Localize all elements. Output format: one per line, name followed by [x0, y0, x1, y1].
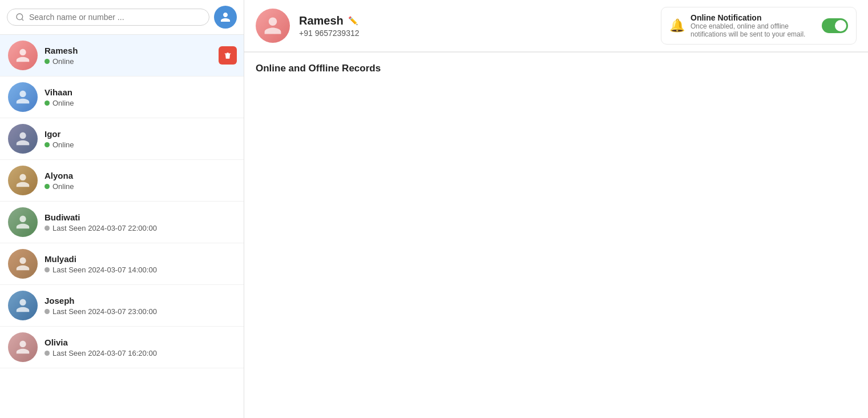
main-contact-name-text: Ramesh [299, 14, 344, 27]
contact-status-olivia: Last Seen 2024-03-07 16:20:00 [45, 349, 236, 357]
contact-info-olivia: Olivia Last Seen 2024-03-07 16:20:00 [45, 337, 236, 357]
contact-item-igor[interactable]: Igor Online [0, 118, 244, 160]
contact-info-mulyadi: Mulyadi Last Seen 2024-03-07 14:00:00 [45, 254, 236, 274]
main-contact-info: Ramesh ✏️ +91 9657239312 [299, 14, 652, 38]
contact-status-text-mulyadi: Last Seen 2024-03-07 14:00:00 [53, 266, 157, 274]
search-input[interactable] [29, 13, 201, 22]
contact-status-alyona: Online [45, 182, 236, 191]
records-title: Online and Offline Records [256, 63, 857, 74]
contact-avatar-joseph [8, 291, 38, 320]
contact-info-igor: Igor Online [45, 129, 236, 149]
contact-info-joseph: Joseph Last Seen 2024-03-07 23:00:00 [45, 296, 236, 316]
search-bar [0, 0, 244, 35]
contact-name-olivia: Olivia [45, 337, 236, 347]
status-dot-alyona [45, 184, 50, 189]
contact-name-budiwati: Budiwati [45, 212, 236, 222]
bell-icon: 🔔 [669, 18, 685, 33]
contact-avatar-olivia [8, 332, 38, 362]
sidebar: Ramesh Online Vihaan Online [0, 0, 244, 418]
notification-toggle[interactable] [822, 18, 848, 33]
main-contact-phone: +91 9657239312 [299, 29, 652, 38]
main-contact-name-row: Ramesh ✏️ [299, 14, 652, 27]
svg-point-0 [17, 14, 23, 20]
contact-status-mulyadi: Last Seen 2024-03-07 14:00:00 [45, 266, 236, 274]
main-contact-avatar [256, 9, 290, 43]
contact-name-alyona: Alyona [45, 171, 236, 180]
main-header: Ramesh ✏️ +91 9657239312 🔔 Online Notifi… [244, 0, 868, 52]
svg-line-1 [22, 19, 23, 21]
contact-status-text-budiwati: Last Seen 2024-03-07 22:00:00 [53, 224, 157, 232]
contact-status-text-vihaan: Online [53, 99, 74, 107]
delete-contact-button[interactable] [219, 46, 237, 65]
contact-info-alyona: Alyona Online [45, 171, 236, 191]
contact-avatar-ramesh [8, 41, 38, 70]
contact-item-vihaan[interactable]: Vihaan Online [0, 77, 244, 118]
contact-avatar-vihaan [8, 82, 38, 112]
contact-avatar-budiwati [8, 207, 38, 237]
status-dot-olivia [45, 351, 50, 356]
notification-box: 🔔 Online Notification Once enabled, onli… [661, 7, 857, 45]
status-dot-igor [45, 142, 50, 147]
notification-description: Once enabled, online and offline notific… [691, 22, 816, 38]
contact-item-mulyadi[interactable]: Mulyadi Last Seen 2024-03-07 14:00:00 [0, 243, 244, 285]
contact-status-joseph: Last Seen 2024-03-07 23:00:00 [45, 307, 236, 316]
contact-item-alyona[interactable]: Alyona Online [0, 160, 244, 202]
contact-avatar-igor [8, 124, 38, 154]
contact-item-joseph[interactable]: Joseph Last Seen 2024-03-07 23:00:00 [0, 285, 244, 327]
contact-info-ramesh: Ramesh Online [45, 46, 236, 66]
notification-title: Online Notification [691, 13, 816, 22]
contact-status-text-alyona: Online [53, 182, 74, 191]
contact-status-igor: Online [45, 140, 236, 149]
contact-item-olivia[interactable]: Olivia Last Seen 2024-03-07 16:20:00 [0, 327, 244, 368]
contact-name-mulyadi: Mulyadi [45, 254, 236, 264]
contact-status-text-ramesh: Online [53, 57, 74, 66]
status-dot-vihaan [45, 101, 50, 106]
search-input-wrap[interactable] [7, 9, 209, 26]
contact-status-text-joseph: Last Seen 2024-03-07 23:00:00 [53, 307, 157, 316]
contact-status-text-igor: Online [53, 140, 74, 149]
contact-status-vihaan: Online [45, 99, 236, 107]
contact-info-vihaan: Vihaan Online [45, 87, 236, 107]
contact-status-budiwati: Last Seen 2024-03-07 22:00:00 [45, 224, 236, 232]
contact-name-joseph: Joseph [45, 296, 236, 306]
status-dot-ramesh [45, 59, 50, 64]
contact-status-ramesh: Online [45, 57, 236, 66]
status-dot-budiwati [45, 226, 50, 231]
contact-info-budiwati: Budiwati Last Seen 2024-03-07 22:00:00 [45, 212, 236, 232]
contact-name-igor: Igor [45, 129, 236, 139]
contact-item-ramesh[interactable]: Ramesh Online [0, 35, 244, 77]
contact-name-ramesh: Ramesh [45, 46, 236, 55]
contact-avatar-mulyadi [8, 249, 38, 279]
records-area: Online and Offline Records [244, 53, 868, 418]
status-dot-mulyadi [45, 267, 50, 272]
add-contact-button[interactable] [214, 6, 237, 29]
edit-contact-icon[interactable]: ✏️ [348, 16, 358, 25]
contact-item-budiwati[interactable]: Budiwati Last Seen 2024-03-07 22:00:00 [0, 202, 244, 243]
contact-name-vihaan: Vihaan [45, 87, 236, 97]
contact-list: Ramesh Online Vihaan Online [0, 35, 244, 418]
contact-avatar-alyona [8, 166, 38, 195]
main-panel: Ramesh ✏️ +91 9657239312 🔔 Online Notifi… [244, 0, 868, 418]
status-dot-joseph [45, 309, 50, 314]
notification-text: Online Notification Once enabled, online… [691, 13, 816, 38]
contact-status-text-olivia: Last Seen 2024-03-07 16:20:00 [53, 349, 157, 357]
search-icon [15, 13, 25, 22]
